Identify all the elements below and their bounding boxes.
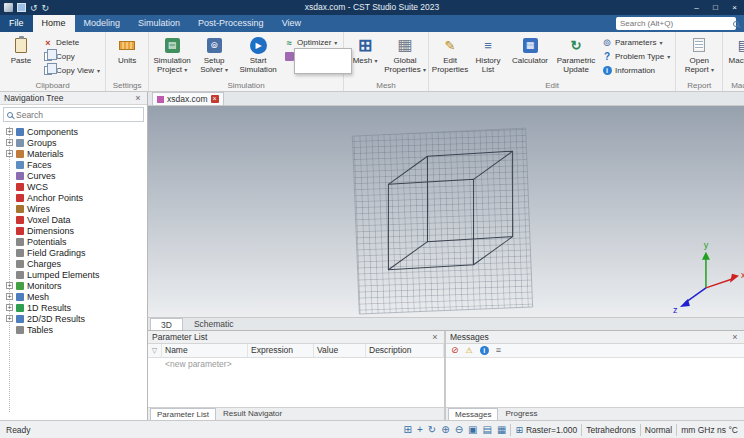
ribbon-search-box[interactable] xyxy=(616,17,736,30)
ribbon-tab-home[interactable]: Home xyxy=(33,15,75,32)
3d-viewport[interactable]: y x z xyxy=(148,106,744,317)
new-parameter-row[interactable]: <new parameter> xyxy=(148,358,444,370)
tab-result-navigator[interactable]: Result Navigator xyxy=(217,408,288,420)
parametric-update-button[interactable]: ↻ Parametric Update xyxy=(553,34,599,74)
filter-icon[interactable]: ▽ xyxy=(148,344,162,357)
search-input[interactable] xyxy=(620,19,730,28)
raster-field[interactable]: ⊞ Raster=1.000 xyxy=(515,425,577,435)
clear-messages-icon[interactable]: ⊘ xyxy=(451,344,459,357)
warnings-filter-icon[interactable]: ⚠ xyxy=(466,344,473,357)
ribbon-tab-file[interactable]: File xyxy=(0,15,33,32)
column-expression[interactable]: Expression xyxy=(248,344,314,357)
tab-schematic[interactable]: Schematic xyxy=(184,318,244,330)
copy-button[interactable]: Copy xyxy=(40,50,103,63)
expander-plus-icon[interactable]: + xyxy=(6,128,13,135)
tree-item-2d-3d-results[interactable]: +2D/3D Results xyxy=(4,313,147,324)
tree-item-tables[interactable]: Tables xyxy=(4,324,147,335)
delete-button[interactable]: × Delete xyxy=(40,36,103,49)
edit-properties-button[interactable]: ✎ Edit Properties xyxy=(431,34,469,74)
parameters-button[interactable]: ⊚ Parameters ▾ xyxy=(599,36,673,49)
close-button[interactable]: × xyxy=(725,0,744,15)
information-button[interactable]: i Information xyxy=(599,64,673,77)
tree-item-charges[interactable]: Charges xyxy=(4,258,147,269)
zoom-in-icon[interactable]: ⊕ xyxy=(441,424,449,435)
pan-icon[interactable]: + xyxy=(417,424,423,435)
view-mode-field[interactable]: Normal xyxy=(645,425,672,435)
edit-properties-icon: ✎ xyxy=(445,35,456,55)
calculator-icon: ▦ xyxy=(523,38,538,53)
tree-item-groups[interactable]: +Groups xyxy=(4,137,147,148)
paste-button[interactable]: Paste xyxy=(2,34,40,65)
app-logo-icon[interactable] xyxy=(4,3,13,12)
close-icon[interactable]: × xyxy=(430,332,440,342)
tab-parameter-list[interactable]: Parameter List xyxy=(150,408,216,420)
global-properties-button[interactable]: ▦ Global Properties ▾ xyxy=(384,34,426,74)
simulation-project-button[interactable]: ▤ Simulation Project ▾ xyxy=(151,34,193,74)
problem-type-button[interactable]: ? Problem Type ▾ xyxy=(599,50,673,63)
message-options-icon[interactable]: ≡ xyxy=(496,344,501,357)
tree-item-anchor-points[interactable]: Anchor Points xyxy=(4,192,147,203)
tree-item-1d-results[interactable]: +1D Results xyxy=(4,302,147,313)
units-field[interactable]: mm GHz ns °C xyxy=(681,425,738,435)
rotate-icon[interactable]: ↻ xyxy=(428,424,436,435)
close-icon[interactable]: × xyxy=(133,93,143,103)
tree-item-potentials[interactable]: Potentials xyxy=(4,236,147,247)
history-list-button[interactable]: ≡ History List xyxy=(469,34,507,74)
close-icon[interactable]: × xyxy=(730,332,740,342)
tree-item-voxel-data[interactable]: Voxel Data xyxy=(4,214,147,225)
zoom-out-icon[interactable]: ⊖ xyxy=(455,424,463,435)
clipboard-tool-icon[interactable]: ▦ xyxy=(497,424,506,435)
mesh-type-field[interactable]: Tetrahedrons xyxy=(586,425,636,435)
column-description[interactable]: Description xyxy=(366,344,444,357)
expander-plus-icon[interactable]: + xyxy=(6,139,13,146)
expander-plus-icon[interactable]: + xyxy=(6,304,13,311)
plane-view-icon[interactable]: ▤ xyxy=(482,424,491,435)
expander-plus-icon[interactable]: + xyxy=(6,293,13,300)
column-value[interactable]: Value xyxy=(314,344,366,357)
tree-item-components[interactable]: +Components xyxy=(4,126,147,137)
start-simulation-button[interactable]: ▶ Start Simulation xyxy=(235,34,281,74)
tab-3d[interactable]: 3D xyxy=(150,318,183,330)
snap-grid-icon[interactable]: ⊞ xyxy=(404,424,412,435)
setup-solver-button[interactable]: ⊚ Setup Solver ▾ xyxy=(193,34,235,74)
tree-item-wcs[interactable]: WCS xyxy=(4,181,147,192)
open-report-button[interactable]: Open Report ▾ xyxy=(678,34,720,74)
redo-icon[interactable]: ↻ xyxy=(42,3,50,13)
info-filter-icon[interactable]: i xyxy=(480,346,489,355)
copy-view-button[interactable]: Copy View ▾ xyxy=(40,64,103,77)
chevron-down-icon: ▾ xyxy=(97,67,100,74)
tree-item-monitors[interactable]: +Monitors xyxy=(4,280,147,291)
expander-plus-icon[interactable]: + xyxy=(6,315,13,322)
ribbon-tab-view[interactable]: View xyxy=(273,15,310,32)
tree-item-materials[interactable]: +Materials xyxy=(4,148,147,159)
fit-view-icon[interactable]: ▣ xyxy=(468,424,477,435)
tab-messages[interactable]: Messages xyxy=(448,408,498,420)
tree-item-lumped-elements[interactable]: Lumped Elements xyxy=(4,269,147,280)
tree-item-curves[interactable]: Curves xyxy=(4,170,147,181)
tree-item-mesh[interactable]: +Mesh xyxy=(4,291,147,302)
tree-item-label: Tables xyxy=(27,325,53,335)
expander-plus-icon[interactable]: + xyxy=(6,150,13,157)
tree-item-wires[interactable]: Wires xyxy=(4,203,147,214)
tree-item-faces[interactable]: Faces xyxy=(4,159,147,170)
tree-item-dimensions[interactable]: Dimensions xyxy=(4,225,147,236)
tree-search-box[interactable] xyxy=(3,107,144,122)
ribbon-tab-simulation[interactable]: Simulation xyxy=(129,15,189,32)
column-name[interactable]: Name xyxy=(162,344,248,357)
calculator-button[interactable]: ▦ Calculator xyxy=(507,34,553,65)
close-tab-icon[interactable]: × xyxy=(211,95,219,103)
macros-button[interactable]: ▤ Macros ▾ xyxy=(725,34,744,65)
expander-plus-icon[interactable]: + xyxy=(6,282,13,289)
tree-item-field-gradings[interactable]: Field Gradings xyxy=(4,247,147,258)
undo-icon[interactable]: ↺ xyxy=(30,3,38,13)
save-icon[interactable] xyxy=(17,3,26,12)
tab-progress[interactable]: Progress xyxy=(499,408,543,420)
minimize-button[interactable]: – xyxy=(687,0,706,15)
tree-search-input[interactable] xyxy=(16,110,140,120)
document-tab[interactable]: xsdax.com × xyxy=(152,92,224,105)
ribbon-tab-post-processing[interactable]: Post-Processing xyxy=(189,15,273,32)
maximize-button[interactable]: □ xyxy=(706,0,725,15)
units-button[interactable]: Units xyxy=(108,34,146,65)
viewport-canvas[interactable]: y x z xyxy=(148,106,744,317)
ribbon-tab-modeling[interactable]: Modeling xyxy=(75,15,130,32)
